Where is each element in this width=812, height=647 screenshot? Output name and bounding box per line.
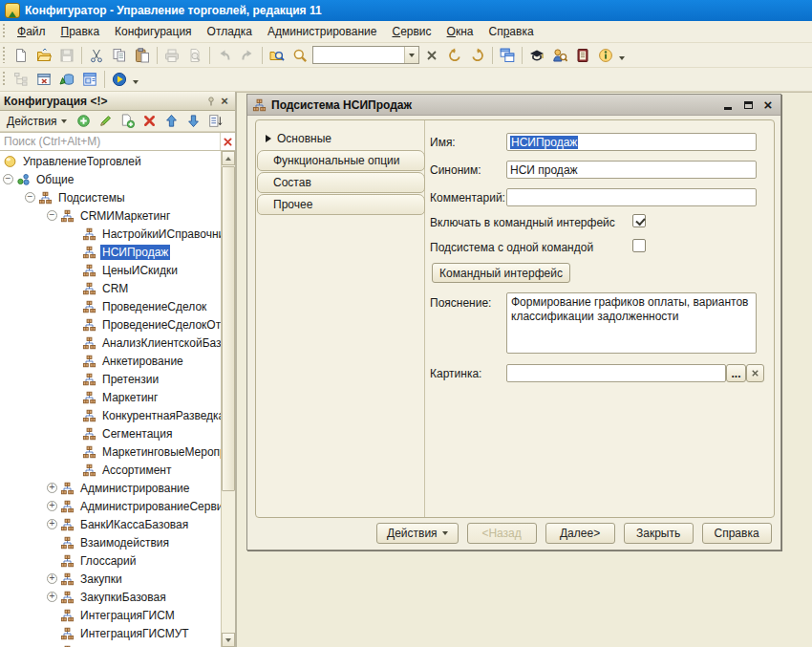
tree-search-box[interactable]: Поиск (Ctrl+Alt+M) — [0, 132, 235, 151]
open-document-button[interactable] — [32, 45, 55, 66]
minimize-icon[interactable] — [720, 97, 736, 113]
tree-item[interactable]: ИнтеграцияГИСМ — [0, 606, 221, 624]
go-forward-button[interactable] — [466, 45, 489, 66]
tree-item[interactable]: +АдминистрированиеСервиса — [0, 497, 221, 515]
move-up-button[interactable] — [161, 112, 182, 131]
include-in-ci-checkbox[interactable] — [632, 214, 646, 227]
collapse-icon[interactable]: − — [25, 192, 35, 203]
move-down-button[interactable] — [183, 112, 203, 131]
tree-item[interactable]: УправлениеТорговлей — [0, 152, 221, 170]
tree-item[interactable]: Маркетинг — [0, 388, 221, 406]
tree-item[interactable]: ИнтеграцияГИСМУТ — [0, 624, 221, 642]
windows-list-button[interactable] — [496, 45, 519, 66]
tab-3[interactable]: Прочее — [257, 194, 425, 215]
tree-scrollbar[interactable] — [221, 151, 235, 647]
close-button[interactable]: Закрыть — [624, 523, 694, 544]
sort-order-button[interactable] — [205, 112, 225, 131]
delete-button[interactable] — [139, 112, 160, 131]
collapse-icon[interactable]: − — [3, 174, 13, 184]
collapse-icon[interactable]: − — [47, 210, 57, 221]
menu-item-windows[interactable]: Окна — [439, 23, 481, 40]
expand-icon[interactable]: + — [47, 573, 57, 584]
open-form-button[interactable] — [78, 69, 101, 90]
tree-item[interactable]: Ассортимент — [0, 461, 221, 479]
about-button[interactable] — [594, 45, 617, 66]
pin-icon[interactable] — [204, 95, 218, 108]
expand-icon[interactable]: + — [47, 519, 57, 529]
clear-search-button[interactable] — [420, 45, 443, 66]
tree-item[interactable]: CRM — [0, 279, 221, 297]
tree-item[interactable]: −Подсистемы — [0, 188, 221, 206]
actions-menu-button[interactable]: Действия — [2, 112, 72, 131]
paste-button[interactable] — [131, 45, 154, 66]
add-button[interactable] — [74, 112, 94, 131]
menu-item-debug[interactable]: Отладка — [200, 23, 260, 40]
menu-item-help[interactable]: Справка — [481, 23, 541, 40]
toolbar-grip[interactable] — [1, 47, 8, 64]
menu-item-configuration[interactable]: Конфигурация — [107, 23, 200, 40]
tree-item[interactable]: +Администрирование — [0, 479, 221, 497]
tab-1[interactable]: Функциональные опции — [257, 150, 425, 171]
menu-item-service[interactable]: Сервис — [384, 23, 438, 40]
tree-item[interactable]: −Общие — [0, 170, 221, 188]
synonym-field[interactable] — [506, 161, 757, 179]
command-interface-button[interactable]: Командный интерфейс — [432, 263, 570, 283]
toolbar-grip[interactable] — [1, 24, 8, 38]
tab-2[interactable]: Состав — [257, 172, 425, 193]
tree-item[interactable]: Взаимодействия — [0, 533, 221, 551]
go-back-button[interactable] — [443, 45, 466, 66]
clear-search-icon[interactable] — [220, 133, 235, 150]
tree-item[interactable]: −CRMИМаркетинг — [0, 206, 221, 225]
toolbar-overflow-icon[interactable] — [619, 56, 625, 60]
maximize-icon[interactable] — [740, 97, 756, 113]
actions-button[interactable]: Действия — [376, 523, 459, 544]
tree-item[interactable]: ПроведениеСделок — [0, 297, 221, 315]
scroll-up-icon[interactable] — [222, 151, 235, 165]
tree-item[interactable]: ПроведениеСделокОтчеты — [0, 315, 221, 334]
expand-icon[interactable]: + — [47, 483, 57, 493]
next-button[interactable]: Далее> — [545, 523, 615, 544]
close-panel-button[interactable]: × — [218, 95, 231, 108]
menu-item-edit[interactable]: Правка — [53, 23, 108, 40]
tree-item[interactable]: НСИПродаж — [0, 243, 221, 261]
combo-dropdown-icon[interactable] — [404, 47, 418, 63]
search-input[interactable]: Поиск (Ctrl+Alt+M) — [0, 135, 220, 148]
tree-item[interactable] — [0, 642, 221, 647]
search-combo-input[interactable] — [313, 47, 404, 63]
tree-item[interactable]: АнализКлиентскойБазы — [0, 334, 221, 352]
picture-clear-button[interactable] — [746, 364, 764, 382]
picture-field[interactable] — [506, 364, 726, 382]
help-button[interactable]: Справка — [702, 523, 772, 544]
single-command-checkbox[interactable] — [632, 239, 646, 252]
comment-field[interactable] — [506, 188, 757, 206]
tab-0[interactable]: Основные — [256, 128, 424, 149]
close-configuration-button[interactable] — [32, 69, 55, 90]
tree-item[interactable]: Глоссарий — [0, 551, 221, 570]
copy-button[interactable] — [108, 45, 131, 66]
dialog-titlebar[interactable]: Подсистема НСИПродаж × — [247, 95, 780, 116]
help-search-button[interactable] — [548, 45, 571, 66]
new-document-button[interactable] — [10, 45, 32, 66]
tree-item[interactable]: +Закупки — [0, 570, 221, 588]
explanation-field[interactable]: Формирование графиков оплаты, вариантов … — [506, 292, 757, 354]
picture-browse-button[interactable]: ... — [726, 364, 746, 382]
add-new-object-button[interactable] — [118, 112, 138, 131]
expand-icon[interactable]: + — [47, 592, 57, 602]
tree-item[interactable]: НастройкиИСправочники — [0, 225, 221, 243]
tree-item[interactable]: КонкурентнаяРазведка — [0, 406, 221, 424]
syntax-check-button[interactable] — [525, 45, 548, 66]
close-icon[interactable]: × — [760, 97, 776, 113]
tree-item[interactable]: Претензии — [0, 370, 221, 388]
menu-item-file[interactable]: Файл — [10, 23, 53, 40]
toolbar-grip[interactable] — [1, 72, 8, 88]
tree-item[interactable]: +ЗакупкиБазовая — [0, 588, 221, 606]
update-db-configuration-button[interactable] — [55, 69, 78, 90]
tree-item[interactable]: +БанкИКассаБазовая — [0, 515, 221, 533]
global-search-button[interactable] — [266, 45, 288, 66]
find-button[interactable] — [288, 45, 311, 66]
tree-item[interactable]: Сегментация — [0, 424, 221, 442]
menu-item-administration[interactable]: Администрирование — [260, 23, 384, 40]
tree-item[interactable]: МаркетинговыеМероприятия — [0, 442, 221, 461]
tree-item[interactable]: ЦеныИСкидки — [0, 261, 221, 279]
syntax-helper-button[interactable] — [571, 45, 594, 66]
